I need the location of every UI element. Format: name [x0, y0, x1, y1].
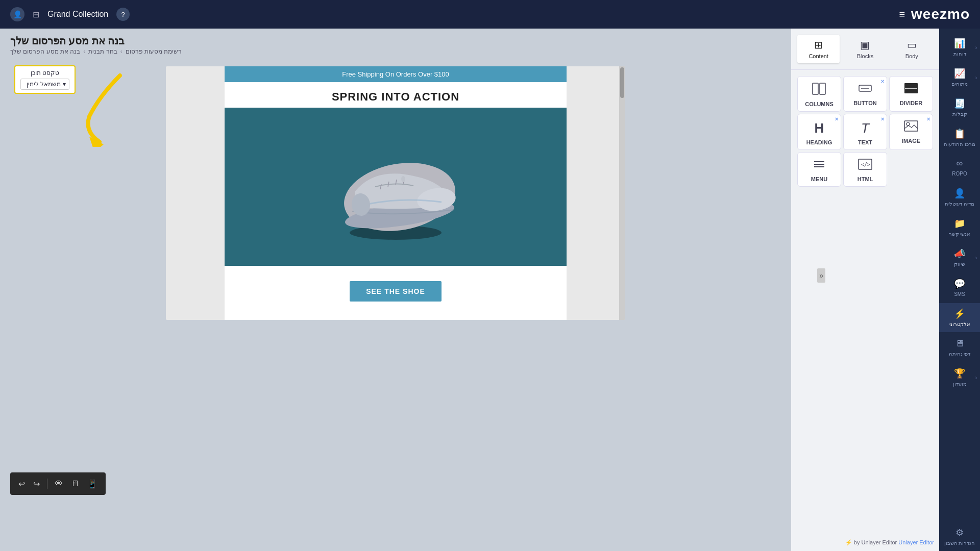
- tooltip-select-label: משמאל לימין: [27, 81, 61, 88]
- image-corner-x[interactable]: ✕: [926, 116, 930, 122]
- breadcrumb-sep-2: ›: [83, 48, 85, 55]
- breadcrumb-sep-1: ›: [120, 48, 122, 55]
- breadcrumb-item-2[interactable]: בחר תבנית: [88, 48, 117, 55]
- block-image[interactable]: ✕ IMAGE: [889, 114, 933, 150]
- notifications-icon: 📋: [954, 128, 965, 139]
- sidebar-label-contacts: אנשי קשר: [949, 231, 971, 237]
- reports-icon: 📊: [954, 38, 965, 49]
- club-chevron: ›: [975, 374, 977, 380]
- columns-label: COLUMNS: [805, 101, 834, 107]
- tooltip-text: טקסט תוכן: [20, 69, 69, 77]
- page-title: בנה את מסע הפרסום שלך: [10, 35, 125, 47]
- canvas-container: Free Shipping On Orders Over $100 SPRING…: [166, 66, 625, 320]
- sidebar-label-marketing: שיווק: [954, 261, 965, 267]
- sidebar-item-contacts[interactable]: 📁 אנשי קשר: [939, 213, 980, 242]
- block-heading[interactable]: ✕ H HEADING: [797, 114, 841, 150]
- svg-rect-6: [904, 121, 918, 131]
- tooltip-select[interactable]: ▾ משמאל לימין: [20, 79, 69, 90]
- blocks-tab-label: Blocks: [857, 53, 873, 59]
- help-icon[interactable]: ?: [116, 8, 130, 21]
- content-tab-icon: ⊞: [814, 39, 823, 51]
- blocks-tab-icon: ▣: [860, 39, 870, 51]
- sidebar-label-reports: דוחות: [953, 51, 966, 57]
- tooltip-chevron: ▾: [63, 81, 66, 88]
- text-corner-x[interactable]: ✕: [880, 116, 885, 122]
- breadcrumb: רשימת מסעות פרסום › בחר תבנית › בנה את מ…: [10, 48, 182, 55]
- canvas-expand-button[interactable]: »: [817, 268, 825, 283]
- hamburger-icon[interactable]: ≡: [899, 9, 905, 20]
- user-avatar[interactable]: 👤: [10, 7, 24, 21]
- sms-icon: 💬: [954, 278, 965, 289]
- sidebar-item-landing[interactable]: 🖥 דפי נחיתה: [939, 333, 980, 362]
- sidebar-item-electronic[interactable]: ⚡ אלקטרוני: [939, 303, 980, 332]
- sidebar-label-landing: דפי נחיתה: [949, 351, 971, 357]
- button-label: BUTTON: [853, 100, 877, 106]
- block-html[interactable]: </> HTML: [843, 152, 887, 187]
- contacts-icon: 📁: [954, 218, 965, 229]
- sidebar-item-reports[interactable]: 📊 דוחות ›: [939, 33, 980, 62]
- tab-content[interactable]: ⊞ Content: [797, 35, 840, 63]
- desktop-view-button[interactable]: 🖥: [68, 477, 82, 490]
- sidebar-item-notifications[interactable]: 📋 מרכז ההודעות: [939, 123, 980, 152]
- app-title: Grand Collection: [47, 10, 108, 19]
- sidebar-item-analytics[interactable]: 📈 ניתוחים ›: [939, 63, 980, 92]
- body-tab-icon: ▭: [907, 39, 917, 51]
- receipts-icon: 🧾: [954, 98, 965, 109]
- settings-icon: ⚙: [955, 527, 964, 538]
- divider-label: DIVIDER: [900, 100, 923, 106]
- block-menu[interactable]: MENU: [797, 152, 841, 187]
- block-button[interactable]: ✕ BUTTON: [843, 76, 887, 112]
- heading-corner-x[interactable]: ✕: [835, 116, 839, 122]
- analytics-icon: 📈: [954, 68, 965, 79]
- block-divider[interactable]: DIVIDER: [889, 76, 933, 112]
- content-panel-tabs: ⊞ Content ▣ Blocks ▭ Body: [791, 29, 939, 70]
- toolbar-separator: [47, 479, 47, 489]
- reports-chevron: ›: [975, 44, 977, 50]
- columns-block-icon: [812, 83, 826, 98]
- analytics-chevron: ›: [975, 74, 977, 80]
- tab-blocks[interactable]: ▣ Blocks: [844, 35, 886, 63]
- floating-tooltip: טקסט תוכן ▾ משמאל לימין: [14, 65, 76, 94]
- sidebar-item-receipts[interactable]: 🧾 קבלות: [939, 93, 980, 122]
- sidebar-item-sms[interactable]: 💬 SMS: [939, 273, 980, 302]
- sidebar-label-digital: מדיה דיגיטלית: [945, 201, 974, 207]
- redo-button[interactable]: ↪: [30, 477, 43, 491]
- divider-block-icon: [904, 83, 918, 97]
- pages-icon[interactable]: ⊟: [33, 10, 39, 19]
- marketing-chevron: ›: [975, 255, 977, 260]
- digital-icon: 👤: [954, 188, 965, 199]
- sidebar-item-marketing[interactable]: 📣 שיווק ›: [939, 243, 980, 272]
- mobile-view-button[interactable]: 📱: [84, 477, 101, 491]
- preview-button[interactable]: 👁: [52, 477, 66, 490]
- button-block-icon: [858, 83, 872, 97]
- sidebar-label-settings: הגדרות חשבון: [944, 540, 975, 546]
- breadcrumb-item-1[interactable]: רשימת מסעות פרסום: [126, 48, 182, 55]
- sidebar-label-notifications: מרכז ההודעות: [944, 141, 975, 147]
- email-cta-button[interactable]: SEE THE SHOE: [350, 281, 441, 302]
- block-columns[interactable]: COLUMNS: [797, 76, 841, 112]
- sidebar-item-ropo[interactable]: ∞ ROPO: [939, 153, 980, 182]
- sidebar-label-receipts: קבלות: [952, 111, 967, 117]
- svg-rect-0: [813, 83, 818, 94]
- svg-point-7: [906, 122, 910, 126]
- top-navigation: 👤 ⊟ Grand Collection ? ≡ weezmo: [0, 0, 980, 29]
- email-banner-text: Free Shipping On Orders Over $100: [342, 70, 449, 78]
- sidebar-label-sms: SMS: [954, 291, 965, 297]
- image-block-icon: [904, 120, 918, 135]
- undo-button[interactable]: ↩: [15, 477, 28, 491]
- sidebar-item-club[interactable]: 🏆 מועדון ›: [939, 363, 980, 392]
- html-label: HTML: [857, 176, 873, 182]
- button-corner-x[interactable]: ✕: [880, 79, 885, 84]
- unlayer-link[interactable]: Unlayer Editor: [898, 539, 934, 545]
- heading-label: HEADING: [806, 139, 832, 145]
- unlayer-credit: ⚡ by Unlayer Editor Unlayer Editor: [791, 534, 939, 551]
- tab-body[interactable]: ▭ Body: [891, 35, 933, 63]
- menu-block-icon: [812, 159, 826, 173]
- sidebar-item-digital[interactable]: 👤 מדיה דיגיטלית: [939, 183, 980, 212]
- scrollbar-thumb[interactable]: [620, 67, 624, 98]
- block-text[interactable]: ✕ T TEXT: [843, 114, 887, 150]
- canvas-scrollbar: [619, 66, 625, 320]
- sidebar-item-settings[interactable]: ⚙ הגדרות חשבון: [939, 522, 980, 551]
- email-banner: Free Shipping On Orders Over $100: [225, 66, 567, 82]
- svg-rect-1: [820, 83, 825, 94]
